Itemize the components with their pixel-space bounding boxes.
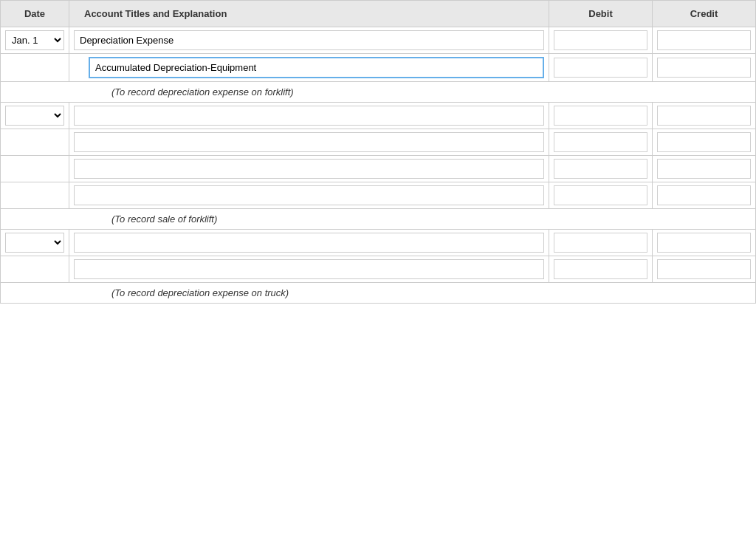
debit-input[interactable] — [554, 30, 647, 50]
debit-input[interactable] — [554, 58, 647, 78]
header-date: Date — [1, 1, 69, 27]
date-cell — [1, 182, 69, 209]
header-account: Account Titles and Explanation — [69, 1, 549, 27]
header-debit: Debit — [549, 1, 653, 27]
credit-cell — [653, 156, 756, 182]
date-select[interactable]: Jan. 1 — [5, 30, 64, 50]
account-input[interactable] — [89, 57, 544, 78]
credit-cell — [653, 54, 756, 82]
credit-input[interactable] — [657, 185, 751, 205]
account-input[interactable] — [74, 259, 544, 279]
header-credit: Credit — [653, 1, 756, 27]
account-input[interactable] — [74, 30, 544, 50]
account-input[interactable] — [74, 132, 544, 152]
account-cell — [69, 230, 549, 256]
date-cell: Jan. 1 — [1, 27, 69, 54]
date-cell — [1, 230, 69, 256]
account-cell — [69, 27, 549, 54]
credit-input[interactable] — [657, 132, 751, 152]
table-row — [1, 54, 756, 82]
note-text: (To record sale of forklift) — [1, 209, 756, 230]
debit-cell — [549, 54, 653, 82]
table-row — [1, 103, 756, 129]
credit-input[interactable] — [657, 30, 751, 50]
note-text: (To record depreciation expense on truck… — [1, 283, 756, 304]
date-select[interactable] — [5, 106, 64, 126]
date-cell — [1, 103, 69, 129]
debit-cell — [549, 256, 653, 283]
credit-cell — [653, 256, 756, 283]
date-select[interactable] — [5, 233, 64, 253]
table-row — [1, 156, 756, 182]
account-input[interactable] — [74, 106, 544, 126]
debit-cell — [549, 129, 653, 156]
account-cell — [69, 103, 549, 129]
credit-cell — [653, 103, 756, 129]
account-input[interactable] — [74, 159, 544, 179]
account-cell — [69, 129, 549, 156]
note-row: (To record sale of forklift) — [1, 209, 756, 230]
debit-input[interactable] — [554, 233, 647, 253]
date-cell — [1, 156, 69, 182]
credit-cell — [653, 27, 756, 54]
debit-cell — [549, 103, 653, 129]
debit-input[interactable] — [554, 185, 647, 205]
debit-input[interactable] — [554, 259, 647, 279]
table-row — [1, 230, 756, 256]
debit-cell — [549, 182, 653, 209]
account-cell — [69, 156, 549, 182]
credit-input[interactable] — [657, 159, 751, 179]
table-row: Jan. 1 — [1, 27, 756, 54]
account-input[interactable] — [74, 185, 544, 205]
debit-input[interactable] — [554, 132, 647, 152]
credit-cell — [653, 129, 756, 156]
note-text: (To record depreciation expense on forkl… — [1, 82, 756, 103]
table-row — [1, 182, 756, 209]
credit-input[interactable] — [657, 233, 751, 253]
journal-entry-table: Date Account Titles and Explanation Debi… — [0, 0, 756, 304]
credit-input[interactable] — [657, 259, 751, 279]
account-cell — [69, 182, 549, 209]
credit-input[interactable] — [657, 106, 751, 126]
note-row: (To record depreciation expense on forkl… — [1, 82, 756, 103]
account-cell — [69, 54, 549, 82]
table-row — [1, 129, 756, 156]
table-row — [1, 256, 756, 283]
credit-input[interactable] — [657, 58, 751, 78]
debit-cell — [549, 230, 653, 256]
debit-input[interactable] — [554, 106, 647, 126]
account-cell — [69, 256, 549, 283]
credit-cell — [653, 230, 756, 256]
debit-cell — [549, 156, 653, 182]
note-row: (To record depreciation expense on truck… — [1, 283, 756, 304]
date-cell — [1, 256, 69, 283]
debit-cell — [549, 27, 653, 54]
debit-input[interactable] — [554, 159, 647, 179]
date-cell — [1, 54, 69, 82]
date-cell — [1, 129, 69, 156]
credit-cell — [653, 182, 756, 209]
account-input[interactable] — [74, 233, 544, 253]
